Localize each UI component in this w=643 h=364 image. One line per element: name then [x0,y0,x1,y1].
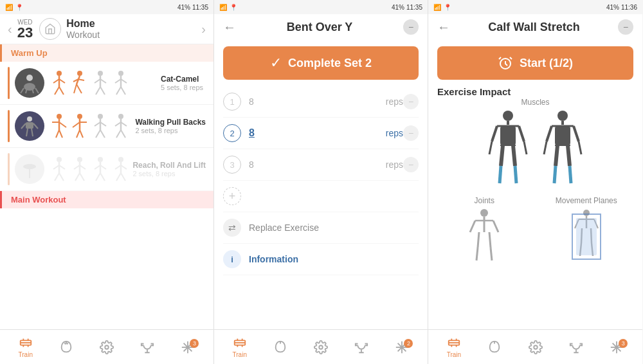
planes-label: Movement Planes [556,196,617,205]
nav-snowflake-3[interactable]: 3 [610,340,624,354]
svg-line-40 [56,130,59,138]
joints-label: Joints [475,196,494,205]
set-num-1: 1 [223,93,241,111]
battery-2: 41% [392,4,404,11]
exercise-avatar-2 [15,111,44,141]
svg-line-8 [53,79,59,83]
back-button-1[interactable]: ‹ [8,22,12,37]
exercise-avatar-3 [15,154,44,184]
exercise-sets-3: 2 sets, 8 reps [132,170,206,177]
svg-line-50 [95,122,100,126]
svg-point-0 [26,75,33,81]
add-set-row[interactable]: + [223,181,419,212]
left-bar [8,67,10,99]
time-3: 11:36 [621,4,637,11]
nav-train-1[interactable]: Train [19,336,33,358]
left-bar-2 [8,110,10,142]
exercise-item-cat-camel[interactable]: Cat-Camel 5 sets, 8 reps [0,62,213,105]
svg-line-76 [95,165,100,169]
svg-line-34 [26,129,28,136]
panel3-close[interactable]: − [618,19,633,35]
svg-point-42 [77,114,82,119]
nav-settings-1[interactable] [100,340,114,354]
panel2-close[interactable]: − [403,19,419,35]
svg-point-115 [503,111,513,121]
set-minus-2[interactable]: − [403,125,419,141]
replace-icon: ⇄ [223,219,241,237]
complete-set-btn[interactable]: ✓ Complete Set 2 [223,46,419,80]
status-bar-3: 📶 📍 41% 11:36 [428,0,642,14]
status-left-2: 📶 📍 [219,4,237,11]
exercise-info-2: Walking Pull Backs 2 sets, 8 reps [135,118,206,134]
set-row-1[interactable]: 1 8 reps − [223,86,419,118]
set-minus-3[interactable]: − [403,157,419,172]
status-bar-2: 📶 📍 41% 11:35 [214,0,428,14]
replace-exercise-row[interactable]: ⇄ Replace Exercise [223,212,419,244]
nav-train-2[interactable]: Train [233,336,247,358]
svg-point-107 [319,345,323,349]
time-2: 11:35 [406,4,422,11]
exercise-sets-1: 5 sets, 8 reps [161,84,206,91]
set-minus-1[interactable]: − [403,94,419,109]
bottom-nav-2: Train 2 [214,329,428,364]
svg-line-138 [568,145,570,166]
body-back [539,109,587,190]
nav-trophy-3[interactable] [569,340,583,354]
svg-line-120 [519,126,524,141]
start-btn[interactable]: Start (1/2) [437,46,633,80]
nav-settings-3[interactable] [529,340,543,354]
svg-line-47 [77,130,80,138]
complete-btn-label: Complete Set 2 [288,57,372,70]
exercise-item-reach-roll[interactable]: Reach, Roll And Lift 2 sets, 8 reps [0,148,213,191]
back-button-3[interactable]: ← [437,20,450,35]
svg-line-17 [77,84,82,93]
status-left-3: 📶 📍 [433,4,451,11]
svg-point-12 [77,71,82,76]
start-btn-label: Start (1/2) [520,57,573,70]
set-row-2[interactable]: 2 8 reps − [223,118,419,149]
svg-point-36 [57,114,62,119]
svg-line-121 [489,141,492,154]
set-reps-label-3: reps [386,159,403,170]
exercise-avatar-1 [15,68,44,98]
set-reps-label-2: reps [386,128,403,138]
back-button-2[interactable]: ← [223,20,236,35]
body-figures [484,109,587,190]
svg-line-113 [499,57,501,59]
status-right-1: 41% 11:35 [177,4,208,11]
nav-snowflake-1[interactable]: 3 [181,340,195,354]
panel3-title: Calf Wall Stretch [450,21,618,34]
svg-line-22 [96,87,100,95]
svg-line-135 [579,141,581,154]
nav-nutrition-3[interactable] [487,340,502,354]
svg-line-39 [59,122,66,127]
nav-nutrition-1[interactable] [59,340,73,354]
nav-trophy-1[interactable] [140,340,154,354]
nav-trophy-2[interactable] [354,340,368,354]
svg-line-93 [64,342,66,344]
planes-figure [567,208,606,266]
svg-line-28 [116,87,121,95]
nav-nutrition-2[interactable] [273,340,287,354]
svg-line-53 [100,130,105,138]
exercise-illustrations-2 [50,113,135,139]
nav-snowflake-2[interactable]: 2 [395,340,409,354]
home-title: Home Workout [66,18,100,40]
svg-point-60 [23,164,36,169]
svg-point-95 [105,345,109,349]
svg-line-140 [570,166,571,183]
svg-point-30 [27,116,32,122]
nav-train-3[interactable]: Train [447,336,461,358]
snowflake-badge-3: 3 [619,339,628,348]
nav-settings-2[interactable] [314,340,328,354]
panel2-title: Bent Over Y [236,21,403,34]
set-row-3[interactable]: 3 8 reps − [223,149,419,181]
svg-line-122 [524,141,527,154]
forward-button-1[interactable]: › [201,22,206,37]
set-reps-2: 8 [249,127,383,139]
replace-text: Replace Exercise [249,223,319,233]
svg-line-2 [21,88,24,93]
exercise-item-walking-pull[interactable]: Walking Pull Backs 2 sets, 8 reps [0,105,213,148]
svg-line-84 [116,173,121,181]
information-row[interactable]: i Information [223,244,419,275]
